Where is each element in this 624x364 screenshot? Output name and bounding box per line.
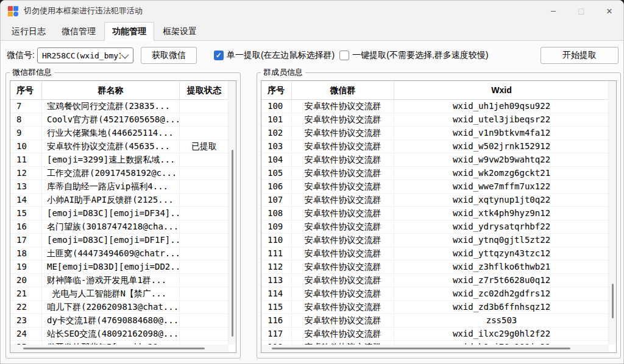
table-row[interactable]: 100安卓软件协议交流群wxid_uh1jeh09qsu922 <box>261 100 609 113</box>
table-row[interactable]: 15[emoji=D83C][emoji=DF34]... <box>10 207 229 220</box>
table-row[interactable]: 107安卓软件协议交流群wxid_xqtynup1jt0q22 <box>261 194 609 207</box>
table-row[interactable]: 12工作交流群(20917458192@c... <box>10 167 229 180</box>
table-cell-name: 库蒂自助经一路店vip福利4... <box>42 180 180 193</box>
table-row[interactable]: 105安卓软件协议交流群wxid_wk2omzg6gckt21 <box>261 167 609 180</box>
table-cell-wxid: wxid_xqtynup1jt0q22 <box>394 194 609 206</box>
table-cell-status <box>180 327 229 340</box>
horizontal-scrollbar[interactable] <box>261 345 609 352</box>
column-header-wechat-group[interactable]: 微信群 <box>292 81 394 99</box>
table-cell-group: 安卓软件协议交流群 <box>292 100 394 113</box>
table-cell-index: 114 <box>261 287 292 300</box>
table-row[interactable]: 9行业大佬聚集地(446625114... <box>10 127 229 140</box>
table-cell-index: 111 <box>261 247 292 260</box>
table-row[interactable]: 108安卓软件协议交流群wxid_xtk4ph9hyz9n12 <box>261 207 609 220</box>
table-cell-index: 22 <box>10 301 42 313</box>
table-cell-index: 108 <box>261 207 292 220</box>
table-cell-status <box>180 301 229 313</box>
table-cell-index: 115 <box>261 301 292 313</box>
table-row[interactable]: 104安卓软件协议交流群wxid_w9vw2b9wahtq22 <box>261 153 609 167</box>
table-cell-status <box>180 194 229 206</box>
vertical-scrollbar[interactable] <box>608 81 616 345</box>
window-title: 切勿使用本框架进行违法犯罪活动 <box>24 5 143 16</box>
table-row[interactable]: 20财神降临-游戏开发甩单1群... <box>10 274 229 287</box>
table-row[interactable]: 21 光电与人工智能群N【禁广... <box>10 287 229 301</box>
table-row[interactable]: 109安卓软件协议交流群wxid_ydrysatqrhbf22 <box>261 220 609 234</box>
table-row[interactable]: 111安卓软件协议交流群wxid_yttqzyn43tzc12 <box>261 247 609 261</box>
table-row[interactable]: 16名门望族(30187474218@cha... <box>10 220 229 234</box>
table-cell-index: 112 <box>261 261 292 273</box>
table-cell-index: 106 <box>261 180 292 193</box>
maximize-button[interactable]: □ <box>567 1 595 21</box>
table-cell-name: 安卓软件协议交流群(45635... <box>42 140 180 153</box>
table-row[interactable]: 101安卓软件协议交流群wxid_utel3jibeqsr22 <box>261 113 609 127</box>
table-cell-status <box>180 247 229 260</box>
scrollbar-thumb[interactable] <box>23 348 204 349</box>
table-row[interactable]: 7宝鸡餐饮同行交流群(23835... <box>10 100 229 113</box>
horizontal-scrollbar[interactable] <box>10 345 229 352</box>
toolbar: 微信号: HR258CC(wxid_bmy13: 获取微信 ✓ 单一提取(在左边… <box>7 46 619 65</box>
table-row[interactable]: 116安卓软件协议交流群zss503 <box>261 314 609 327</box>
table-row[interactable]: 114安卓软件协议交流群wxid_zc02dh2gdfrs12 <box>261 287 609 301</box>
scrollbar-thumb[interactable] <box>612 284 614 318</box>
table-row[interactable]: 14小帅AI助手API反馈群(2125... <box>10 194 229 207</box>
title-bar: 切勿使用本框架进行违法犯罪活动 ─ □ ✕ <box>1 1 623 21</box>
table-cell-group: 安卓软件协议交流群 <box>292 140 394 153</box>
column-header-extract-status[interactable]: 提取状态 <box>180 81 229 99</box>
table-row[interactable]: 11[emoji=3299]速上数据私域... <box>10 153 229 167</box>
close-button[interactable]: ✕ <box>595 1 623 21</box>
table-cell-group: 安卓软件协议交流群 <box>292 314 394 327</box>
start-extract-button[interactable]: 开始提取 <box>541 47 619 64</box>
table-row[interactable]: 22咱儿下群(2206209813@chat... <box>10 301 229 314</box>
table-row[interactable]: 10安卓软件协议交流群(45635...已提取 <box>10 140 229 153</box>
table-cell-index: 13 <box>10 180 42 193</box>
table-cell-wxid: wxid_ydrysatqrhbf22 <box>394 220 609 233</box>
vertical-scrollbar[interactable] <box>228 81 236 345</box>
column-header-index[interactable]: 序号 <box>10 81 42 99</box>
table-row[interactable]: 117安卓软件协议交流群wxid_ilxc29g0hl2f22 <box>261 327 609 341</box>
table-row[interactable]: 24站长SEO交流(48092162098@... <box>10 327 229 341</box>
tab-run-log[interactable]: 运行日志 <box>4 24 53 40</box>
column-header-group-name[interactable]: 群名称 <box>42 81 180 99</box>
tab-framework-settings[interactable]: 框架设置 <box>155 24 204 40</box>
scrollbar-thumb[interactable] <box>232 150 233 337</box>
single-extract-checkbox[interactable]: ✓ <box>214 51 224 60</box>
table-cell-status <box>180 127 229 139</box>
app-window: 切勿使用本框架进行违法犯罪活动 ─ □ ✕ 运行日志 微信管理 功能管理 框架设… <box>0 0 624 364</box>
table-cell-index: 105 <box>261 167 292 180</box>
one-key-extract-option: 一键提取(不需要选择,群多速度较慢) <box>339 50 488 61</box>
table-row[interactable]: 18土匪窝(44473494609@chatr... <box>10 247 229 261</box>
table-row[interactable]: 8Coolv官方群(45217605658@... <box>10 113 229 127</box>
table-cell-wxid: wxid_xtk4ph9hyz9n12 <box>394 207 609 220</box>
table-row[interactable]: 23dy卡交流1群(47690884680@... <box>10 314 229 327</box>
table-row[interactable]: 13库蒂自助经一路店vip福利4... <box>10 180 229 194</box>
table-cell-name: [emoji=3299]速上数据私域... <box>42 153 180 166</box>
table-row[interactable]: 17[emoji=D83C][emoji=DF1F]... <box>10 234 229 247</box>
get-wechat-button[interactable]: 获取微信 <box>141 47 197 64</box>
table-row[interactable]: 110安卓软件协议交流群wxid_ytnq0gjtl5zt22 <box>261 234 609 247</box>
column-header-wxid[interactable]: Wxid <box>394 81 609 99</box>
table-row[interactable]: 106安卓软件协议交流群wxid_wwe7mffm7ux122 <box>261 180 609 194</box>
wechat-account-select[interactable]: HR258CC(wxid_bmy13: <box>37 47 133 63</box>
table-row[interactable]: 103安卓软件协议交流群wxid_w502jrnk152912 <box>261 140 609 153</box>
scrollbar-thumb[interactable] <box>272 348 570 349</box>
column-header-index[interactable]: 序号 <box>261 81 292 99</box>
table-cell-group: 安卓软件协议交流群 <box>292 261 394 273</box>
table-row[interactable]: 102安卓软件协议交流群wxid_v1n9btkvm4fa12 <box>261 127 609 140</box>
table-cell-wxid: wxid_zc02dh2gdfrs12 <box>394 287 609 300</box>
table-cell-index: 8 <box>10 113 42 126</box>
table-cell-group: 安卓软件协议交流群 <box>292 287 394 300</box>
minimize-button[interactable]: ─ <box>539 1 567 21</box>
one-key-extract-checkbox[interactable] <box>339 51 349 60</box>
table-cell-index: 109 <box>261 220 292 233</box>
table-cell-name: 咱儿下群(2206209813@chat... <box>42 301 180 313</box>
table-row[interactable]: 19ME[emoji=D83D][emoji=DD2... <box>10 261 229 274</box>
tab-function-manage[interactable]: 功能管理 <box>104 22 154 41</box>
table-cell-index: 17 <box>10 234 42 247</box>
table-cell-name: 名门望族(30187474218@cha... <box>42 220 180 233</box>
wechat-id-label: 微信号: <box>7 50 35 61</box>
table-row[interactable]: 113安卓软件协议交流群wxid_z7r5t6628u0q12 <box>261 274 609 287</box>
tab-wechat-manage[interactable]: 微信管理 <box>54 24 103 40</box>
table-row[interactable]: 115安卓软件协议交流群wxid_zd3b6ffnhsqz12 <box>261 301 609 314</box>
table-row[interactable]: 112安卓软件协议交流群wxid_z3hflko6thwb21 <box>261 261 609 274</box>
table-cell-group: 安卓软件协议交流群 <box>292 274 394 287</box>
